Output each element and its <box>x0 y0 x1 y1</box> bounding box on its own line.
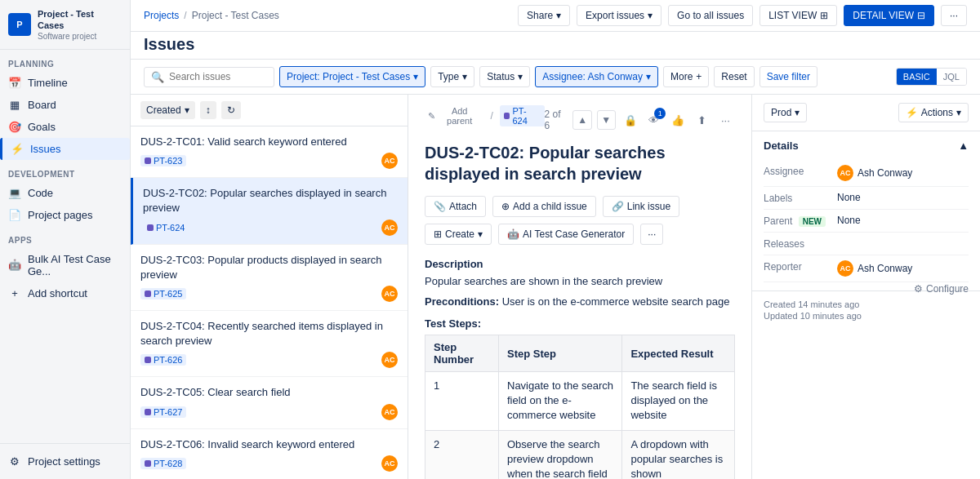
breadcrumb: Projects / Project - Test Cases <box>144 10 279 21</box>
breadcrumb-projects[interactable]: Projects <box>144 10 179 21</box>
share-icon[interactable]: ⬆ <box>693 110 711 130</box>
reset-filter[interactable]: Reset <box>714 66 754 87</box>
sidebar-item-goals[interactable]: 🎯 Goals <box>0 116 130 138</box>
sort-button[interactable]: Created ▾ <box>140 101 195 119</box>
issue-item[interactable]: DUS-2-TC03: Popular products displayed i… <box>131 245 408 311</box>
link-issue-button[interactable]: 🔗 Link issue <box>603 196 679 217</box>
nav-next-button[interactable]: ▼ <box>597 110 616 130</box>
reporter-val: AC Ash Conway <box>837 260 969 277</box>
list-view-icon: ⊞ <box>820 10 828 21</box>
reporter-row: Reporter AC Ash Conway <box>764 255 969 282</box>
sidebar-item-bulk-ai[interactable]: 🤖 Bulk AI Test Case Ge... <box>0 248 130 282</box>
configure-button[interactable]: ⚙ Configure <box>914 283 969 295</box>
collapse-icon[interactable]: ▲ <box>958 140 969 152</box>
badge-icon <box>147 224 154 231</box>
test-table: Step Number Step Step Expected Result 1 … <box>425 335 735 479</box>
refresh-button[interactable]: ↻ <box>221 101 241 119</box>
created-info: ⚙ Configure Created 14 minutes ago Updat… <box>752 291 980 330</box>
issue-meta: PT-624 AC <box>143 220 398 236</box>
issue-title: DUS-2-TC06: Invalid search keyword enter… <box>140 437 398 452</box>
add-parent-button[interactable]: ✎ Add parent <box>425 104 483 127</box>
badge-icon <box>145 291 151 297</box>
save-filter[interactable]: Save filter <box>760 66 817 87</box>
type-filter[interactable]: Type ▾ <box>430 66 474 87</box>
watch-icon[interactable]: 👁 1 <box>644 110 663 130</box>
topbar: Projects / Project - Test Cases Share ▾ … <box>131 0 980 32</box>
assignee-filter[interactable]: Assignee: Ash Conway ▾ <box>535 66 658 87</box>
reporter-avatar: AC <box>837 260 853 277</box>
detail-top-icons: 2 of 6 ▲ ▼ 🔒 👁 1 👍 ⬆ ··· <box>545 109 735 131</box>
jql-button[interactable]: JQL <box>937 69 966 85</box>
project-filter[interactable]: Project: Project - Test Cases ▾ <box>279 66 425 87</box>
precondition: Preconditions: User is on the e-commerce… <box>425 295 735 308</box>
action-more-button[interactable]: ··· <box>640 224 663 245</box>
sidebar-item-timeline[interactable]: 📅 Timeline <box>0 72 130 94</box>
more-detail-icon[interactable]: ··· <box>716 110 735 130</box>
actions-button[interactable]: ⚡ Actions ▾ <box>898 103 969 122</box>
precondition-label: Preconditions: <box>425 295 499 308</box>
badge-icon <box>145 157 151 164</box>
parent-val: None <box>837 215 969 226</box>
issue-item[interactable]: DUS-2-TC02: Popular searches displayed i… <box>131 178 408 244</box>
ai-icon: 🤖 <box>507 228 519 240</box>
issue-id-badge: PT-623 <box>140 155 186 166</box>
issues-list-header: Created ▾ ↕ ↻ <box>131 95 408 126</box>
list-view-button[interactable]: LIST VIEW ⊞ <box>760 5 837 26</box>
sidebar-item-code[interactable]: 💻 Code <box>0 182 130 204</box>
nav-prev-button[interactable]: ▲ <box>572 110 591 130</box>
issue-meta: PT-623 AC <box>140 153 398 169</box>
issue-item[interactable]: DUS-2-TC04: Recently searched items disp… <box>131 311 408 377</box>
parent-key: Parent NEW <box>764 215 829 227</box>
search-box[interactable]: 🔍 <box>144 67 274 87</box>
sidebar-item-issues[interactable]: ⚡ Issues <box>0 138 130 160</box>
details-section: Details ▲ Assignee AC Ash Conway Labels … <box>752 131 980 291</box>
sidebar-item-project-settings[interactable]: ⚙ Project settings <box>0 450 130 472</box>
issue-detail: ✎ Add parent / PT-624 2 of 6 ▲ ▼ 🔒 👁 <box>408 95 751 479</box>
more-filter[interactable]: More + <box>663 66 709 87</box>
go-to-all-button[interactable]: Go to all issues <box>668 5 753 26</box>
issue-title: DUS-2-TC03: Popular products displayed i… <box>140 253 398 282</box>
create-dropdown-button[interactable]: ⊞ Create ▾ <box>425 224 492 245</box>
sidebar-item-label: Goals <box>28 121 56 133</box>
export-button[interactable]: Export issues ▾ <box>577 5 662 26</box>
new-badge: NEW <box>799 216 826 227</box>
basic-button[interactable]: BASIC <box>897 69 937 85</box>
description-label: Description <box>425 258 735 270</box>
issue-item[interactable]: DUS-2-TC01: Valid search keyword entered… <box>131 126 408 178</box>
detail-view-button[interactable]: DETAIL VIEW ⊟ <box>844 5 934 26</box>
code-icon: 💻 <box>8 187 21 199</box>
col-step: Step Step <box>499 335 622 372</box>
lock-icon[interactable]: 🔒 <box>621 110 639 130</box>
more-button[interactable]: ··· <box>941 5 967 26</box>
updated-text: Updated 10 minutes ago <box>764 311 969 321</box>
app-logo: P Project - Test Cases Software project <box>0 0 130 50</box>
share-button[interactable]: Share ▾ <box>518 5 570 26</box>
labels-key: Labels <box>764 192 829 204</box>
assignee-filter-dropdown: ▾ <box>646 71 651 82</box>
sidebar-item-board[interactable]: ▦ Board <box>0 94 130 116</box>
ai-test-button[interactable]: 🤖 AI Test Case Generator <box>498 224 634 245</box>
more-filter-icon: + <box>696 71 702 82</box>
export-dropdown-icon: ▾ <box>648 10 653 21</box>
bulk-ai-icon: 🤖 <box>8 259 21 271</box>
search-icon: 🔍 <box>151 71 164 83</box>
prod-button[interactable]: Prod ▾ <box>764 103 807 122</box>
search-input[interactable] <box>169 71 259 82</box>
sidebar-item-project-pages[interactable]: 📄 Project pages <box>0 204 130 226</box>
child-icon: ⊕ <box>501 201 510 212</box>
sidebar-item-label: Board <box>28 99 56 111</box>
content-area: Created ▾ ↕ ↻ DUS-2-TC01: Valid search k… <box>131 95 980 479</box>
status-filter[interactable]: Status ▾ <box>479 66 530 87</box>
add-child-button[interactable]: ⊕ Add a child issue <box>492 196 596 217</box>
sidebar-item-label: Code <box>28 187 53 199</box>
thumbsup-icon[interactable]: 👍 <box>668 110 687 130</box>
sidebar-item-add-shortcut[interactable]: + Add shortcut <box>0 282 130 304</box>
issue-action-bar: 📎 Attach ⊕ Add a child issue 🔗 Link issu… <box>425 196 735 245</box>
issue-item[interactable]: DUS-2-TC06: Invalid search keyword enter… <box>131 429 408 480</box>
attach-button[interactable]: 📎 Attach <box>425 196 486 217</box>
sort-order-button[interactable]: ↕ <box>200 101 216 119</box>
issues-scroll: DUS-2-TC01: Valid search keyword entered… <box>131 126 408 479</box>
issue-item[interactable]: DUS-2-TC05: Clear search field PT-627 AC <box>131 377 408 428</box>
sidebar-item-label: Timeline <box>28 77 68 89</box>
sidebar-item-label: Add shortcut <box>28 287 87 299</box>
